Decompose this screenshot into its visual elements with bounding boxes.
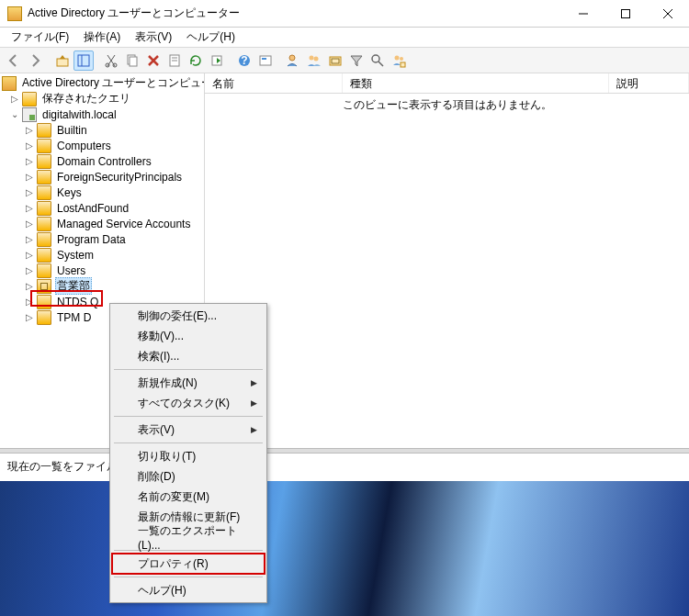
- svg-text:?: ?: [241, 54, 247, 67]
- cut-button[interactable]: [101, 50, 121, 71]
- tree-item[interactable]: TPM D: [55, 311, 93, 324]
- list-pane: 名前 種類 説明 このビューに表示する項目はありません。: [205, 73, 689, 448]
- expand-icon[interactable]: ▷: [9, 94, 20, 105]
- expand-icon[interactable]: ▷: [24, 125, 35, 136]
- tree-item[interactable]: Program Data: [55, 233, 128, 246]
- expand-icon[interactable]: ▷: [24, 172, 35, 183]
- search-button[interactable]: [367, 50, 388, 71]
- context-menu-item[interactable]: 新規作成(N): [112, 373, 265, 393]
- context-menu-item[interactable]: 制御の委任(E)...: [112, 306, 265, 326]
- expand-icon[interactable]: ▷: [24, 156, 35, 167]
- refresh-button[interactable]: [186, 50, 206, 71]
- status-bar: 現在の一覧をファイル: [0, 454, 689, 479]
- folder-icon: [37, 263, 51, 278]
- tree-item[interactable]: System: [55, 249, 96, 262]
- collapse-icon[interactable]: ⌄: [9, 109, 20, 120]
- nav-forward-button[interactable]: [25, 50, 45, 71]
- tree-item[interactable]: NTDS Q: [55, 296, 100, 308]
- expand-icon[interactable]: ▷: [24, 312, 35, 323]
- desktop-background: [0, 481, 689, 616]
- context-menu-item[interactable]: 検索(I)...: [112, 346, 265, 366]
- column-name[interactable]: 名前: [205, 73, 343, 93]
- status-text: 現在の一覧をファイル: [7, 459, 118, 475]
- tree-item[interactable]: Managed Service Accounts: [55, 218, 192, 230]
- toolbar: ?: [0, 48, 689, 73]
- up-level-button[interactable]: [52, 50, 73, 71]
- list-body: このビューに表示する項目はありません。: [205, 94, 689, 448]
- folder-icon: [37, 248, 51, 263]
- expand-icon[interactable]: ▷: [24, 234, 35, 245]
- toolbar-separator: [277, 50, 282, 71]
- copy-button[interactable]: [122, 50, 142, 71]
- filter-button[interactable]: [346, 50, 367, 71]
- tree-item[interactable]: Keys: [55, 186, 84, 199]
- folder-icon: [37, 154, 51, 169]
- new-user-button[interactable]: [283, 50, 303, 71]
- menu-help[interactable]: ヘルプ(H): [179, 28, 243, 47]
- show-hide-tree-button[interactable]: [73, 50, 94, 71]
- domain-icon: [22, 107, 37, 122]
- tree-root[interactable]: Active Directory ユーザーとコンピュー: [20, 75, 205, 91]
- new-ou-button[interactable]: [325, 50, 345, 71]
- svg-rect-4: [57, 59, 68, 66]
- maximize-button[interactable]: [604, 0, 647, 28]
- context-menu-item[interactable]: 名前の変更(M): [112, 487, 265, 507]
- toolbar-separator: [46, 50, 51, 71]
- menu-separator: [114, 442, 263, 443]
- tree-item[interactable]: Computers: [55, 140, 113, 152]
- delete-button[interactable]: [143, 50, 164, 71]
- context-menu-item[interactable]: 表示(V): [112, 420, 265, 440]
- expand-icon[interactable]: ▷: [24, 187, 35, 198]
- expand-icon[interactable]: ▷: [24, 297, 35, 308]
- tree-item[interactable]: Users: [55, 264, 87, 277]
- tree-item[interactable]: Domain Controllers: [55, 155, 153, 168]
- svg-rect-10: [130, 57, 137, 66]
- expand-icon[interactable]: ▷: [24, 140, 35, 151]
- nav-back-button[interactable]: [4, 50, 24, 71]
- expand-icon[interactable]: ▷: [24, 265, 35, 276]
- folder-icon: [37, 185, 51, 200]
- new-group-button[interactable]: [304, 50, 324, 71]
- tree-item[interactable]: LostAndFound: [55, 202, 130, 215]
- export-list-button[interactable]: [207, 50, 227, 71]
- column-description[interactable]: 説明: [609, 73, 689, 93]
- minimize-button[interactable]: [562, 0, 604, 28]
- svg-rect-5: [78, 55, 89, 66]
- expand-icon[interactable]: ▷: [24, 281, 35, 292]
- svg-rect-1: [622, 9, 630, 17]
- context-menu-item[interactable]: 一覧のエクスポート(L)...: [112, 527, 265, 547]
- context-menu-item[interactable]: プロパティ(R): [112, 554, 265, 574]
- menu-action[interactable]: 操作(A): [76, 28, 128, 47]
- add-to-group-button[interactable]: [389, 50, 409, 71]
- svg-point-24: [372, 55, 379, 62]
- expand-icon[interactable]: ▷: [24, 250, 35, 261]
- tree-ou-selected[interactable]: 営業部: [55, 277, 92, 295]
- context-menu-item[interactable]: ヘルプ(H): [112, 580, 265, 600]
- context-menu-item[interactable]: 切り取り(T): [112, 446, 265, 466]
- find-button[interactable]: [255, 50, 276, 71]
- tree-domain[interactable]: digitalwith.local: [40, 108, 119, 121]
- svg-point-26: [395, 55, 400, 60]
- svg-rect-18: [262, 58, 266, 60]
- menu-file[interactable]: ファイル(F): [4, 28, 76, 47]
- empty-message: このビューに表示する項目はありません。: [343, 97, 552, 113]
- app-icon: [7, 6, 22, 21]
- help-button[interactable]: ?: [234, 50, 254, 71]
- menu-view[interactable]: 表示(V): [128, 28, 179, 47]
- close-button[interactable]: [647, 0, 689, 28]
- expand-icon[interactable]: ▷: [24, 218, 35, 230]
- context-menu: 制御の委任(E)...移動(V)...検索(I)...新規作成(N)すべてのタス…: [109, 303, 267, 603]
- tree-item[interactable]: Builtin: [55, 124, 89, 137]
- expand-icon[interactable]: ▷: [24, 203, 35, 214]
- context-menu-item[interactable]: 移動(V)...: [112, 326, 265, 346]
- tree-saved-queries[interactable]: 保存されたクエリ: [40, 91, 132, 106]
- column-type[interactable]: 種類: [343, 73, 609, 93]
- list-header: 名前 種類 説明: [205, 73, 689, 94]
- tree-item[interactable]: ForeignSecurityPrincipals: [55, 171, 184, 184]
- context-menu-item[interactable]: 削除(D): [112, 466, 265, 487]
- properties-button[interactable]: [164, 50, 185, 71]
- svg-point-7: [106, 63, 109, 67]
- context-menu-item[interactable]: すべてのタスク(K): [112, 393, 265, 413]
- folder-icon: [37, 217, 51, 231]
- svg-rect-17: [260, 56, 271, 65]
